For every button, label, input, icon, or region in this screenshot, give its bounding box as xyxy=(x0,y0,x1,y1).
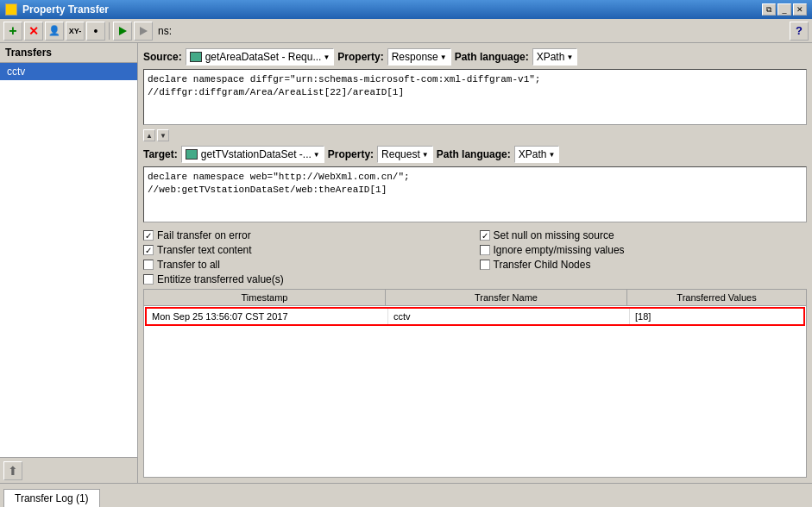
transfer-text-checkbox[interactable] xyxy=(143,245,154,255)
transfer-child-row: Transfer Child Nodes xyxy=(480,259,808,271)
title-bar: Property Transfer ⧉ _ ✕ xyxy=(0,0,812,19)
restore-button[interactable]: ⧉ xyxy=(762,3,776,16)
source-service-text: getAreaDataSet - Requ... xyxy=(205,51,322,63)
entitize-checkbox[interactable] xyxy=(143,274,154,285)
target-service-dropdown[interactable]: getTVstationDataSet -... ▼ xyxy=(181,146,324,163)
delete-transfer-button[interactable]: ✕ xyxy=(24,22,43,41)
target-code-area[interactable]: declare namespace web="http://WebXml.com… xyxy=(143,166,807,222)
source-path-label: Path language: xyxy=(455,51,529,63)
target-row: Target: getTVstationDataSet -... ▼ Prope… xyxy=(143,146,807,163)
target-property-label: Property: xyxy=(328,148,374,160)
dot-button[interactable]: • xyxy=(86,22,105,41)
title-bar-title: Property Transfer xyxy=(22,3,757,16)
source-property-arrow: ▼ xyxy=(440,53,447,61)
sidebar-list: cctv xyxy=(0,63,137,457)
log-table-body: Mon Sep 25 13:56:07 CST 2017 cctv [18] xyxy=(144,306,806,477)
ignore-empty-label: Ignore empty/missing values xyxy=(494,244,625,256)
ignore-empty-row: Ignore empty/missing values xyxy=(480,244,808,256)
bottom-tabs: Transfer Log (1) xyxy=(0,483,812,507)
source-row: Source: getAreaDataSet - Requ... ▼ Prope… xyxy=(143,48,807,66)
log-table-container: Timestamp Transfer Name Transferred Valu… xyxy=(143,289,807,478)
sidebar-item-cctv[interactable]: cctv xyxy=(0,63,137,80)
transfer-to-all-checkbox[interactable] xyxy=(143,260,154,270)
source-label: Source: xyxy=(143,51,182,63)
play-button[interactable] xyxy=(113,22,132,41)
entitize-label: Entitize transferred value(s) xyxy=(157,273,284,285)
col-timestamp: Timestamp xyxy=(144,290,386,305)
transfer-to-all-label: Transfer to all xyxy=(157,259,220,271)
cell-transferred-values: [18] xyxy=(630,309,803,324)
source-property-dropdown[interactable]: Response ▼ xyxy=(387,48,451,66)
target-property-arrow: ▼ xyxy=(422,151,429,159)
sidebar-header: Transfers xyxy=(0,43,137,63)
log-table-header: Timestamp Transfer Name Transferred Valu… xyxy=(144,290,806,306)
set-null-row: Set null on missing source xyxy=(480,229,808,241)
source-service-dropdown[interactable]: getAreaDataSet - Requ... ▼ xyxy=(186,48,335,66)
divider-row: ▲ ▼ xyxy=(143,129,807,141)
source-path-dropdown[interactable]: XPath ▼ xyxy=(532,48,578,66)
transfer-child-label: Transfer Child Nodes xyxy=(494,259,591,271)
transfer-text-label: Transfer text content xyxy=(157,244,252,256)
transfer-child-checkbox[interactable] xyxy=(480,260,490,270)
set-null-checkbox[interactable] xyxy=(480,230,490,241)
ignore-empty-checkbox[interactable] xyxy=(480,245,490,255)
transfer-to-all-row: Transfer to all xyxy=(143,259,471,271)
cell-timestamp: Mon Sep 25 13:56:07 CST 2017 xyxy=(147,309,388,324)
fail-transfer-label: Fail transfer on error xyxy=(157,229,251,241)
sidebar-bottom: ⬆ xyxy=(0,457,137,483)
checkboxes-container: Fail transfer on error Set null on missi… xyxy=(143,229,807,285)
expand-down-button[interactable]: ▼ xyxy=(157,129,169,141)
add-transfer-button[interactable]: + xyxy=(3,22,22,41)
source-path-arrow: ▼ xyxy=(566,53,573,61)
play-outline-button[interactable] xyxy=(134,22,153,41)
tab-transfer-log[interactable]: Transfer Log (1) xyxy=(3,489,100,507)
source-service-arrow: ▼ xyxy=(323,53,330,61)
entitize-row: Entitize transferred value(s) xyxy=(143,273,471,285)
sidebar: Transfers cctv ⬆ xyxy=(0,43,138,483)
fail-transfer-row: Fail transfer on error xyxy=(143,229,471,241)
target-property-dropdown[interactable]: Request ▼ xyxy=(377,146,433,163)
main-container: Transfers cctv ⬆ Source: getAreaDataSet … xyxy=(0,43,812,483)
target-path-dropdown[interactable]: XPath ▼ xyxy=(514,146,560,163)
content-panel: Source: getAreaDataSet - Requ... ▼ Prope… xyxy=(138,43,812,483)
title-bar-icon xyxy=(5,3,17,16)
target-path-text: XPath xyxy=(519,148,547,160)
title-bar-controls: ⧉ _ ✕ xyxy=(762,3,807,16)
cell-transfer-name: cctv xyxy=(388,309,630,324)
source-property-text: Response xyxy=(392,51,438,63)
col-transfer-name: Transfer Name xyxy=(386,290,627,305)
source-path-text: XPath xyxy=(537,51,565,63)
xy-button[interactable]: XY- xyxy=(66,22,85,41)
target-path-label: Path language: xyxy=(437,148,511,160)
set-null-label: Set null on missing source xyxy=(494,229,614,241)
source-property-label: Property: xyxy=(337,51,383,63)
target-property-text: Request xyxy=(381,148,420,160)
source-code-area[interactable]: declare namespace diffgr="urn:schemas-mi… xyxy=(143,69,807,125)
ns-label: ns: xyxy=(158,25,172,37)
target-path-arrow: ▼ xyxy=(548,151,555,159)
close-button[interactable]: ✕ xyxy=(793,3,807,16)
fail-transfer-checkbox[interactable] xyxy=(143,230,154,241)
sidebar-add-button[interactable]: ⬆ xyxy=(3,461,22,480)
transfer-text-row: Transfer text content xyxy=(143,244,471,256)
target-label: Target: xyxy=(143,148,178,160)
toolbar-separator xyxy=(109,22,110,40)
toolbar: + ✕ 👤 XY- • ns: ? xyxy=(0,19,812,43)
table-row: Mon Sep 25 13:56:07 CST 2017 cctv [18] xyxy=(145,307,805,326)
user-button[interactable]: 👤 xyxy=(45,22,64,41)
target-service-text: getTVstationDataSet -... xyxy=(201,148,312,160)
expand-up-button[interactable]: ▲ xyxy=(143,129,155,141)
minimize-button[interactable]: _ xyxy=(777,3,791,16)
col-transferred-values: Transferred Values xyxy=(627,290,806,305)
target-service-arrow: ▼ xyxy=(313,151,320,159)
help-button[interactable]: ? xyxy=(790,22,809,41)
